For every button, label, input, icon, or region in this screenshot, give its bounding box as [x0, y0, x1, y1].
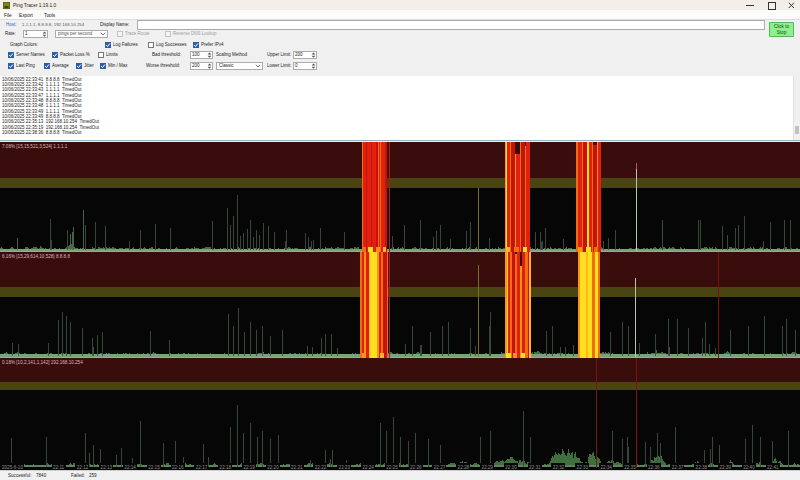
- svg-text:22:15: 22:15: [148, 465, 160, 470]
- svg-text:22:39: 22:39: [719, 465, 731, 470]
- svg-text:22:32: 22:32: [553, 465, 565, 470]
- svg-text:22:19: 22:19: [243, 465, 255, 470]
- svg-text:22:28: 22:28: [458, 465, 470, 470]
- svg-text:22:41: 22:41: [767, 465, 779, 470]
- svg-text:22:16: 22:16: [172, 465, 184, 470]
- svg-text:22:17: 22:17: [196, 465, 208, 470]
- svg-text:22:22: 22:22: [315, 465, 327, 470]
- svg-text:22:14: 22:14: [124, 465, 136, 470]
- svg-text:7.08% [15,15,521,3,524] 1.1.1.: 7.08% [15,15,521,3,524] 1.1.1.1: [2, 144, 68, 149]
- svg-text:22:34: 22:34: [600, 465, 612, 470]
- svg-text:22:35: 22:35: [624, 465, 636, 470]
- svg-text:22:37: 22:37: [672, 465, 684, 470]
- svg-text:22:25: 22:25: [386, 465, 398, 470]
- svg-text:22:11: 22:11: [53, 465, 65, 470]
- svg-text:22:33: 22:33: [577, 465, 589, 470]
- svg-text:6.16% [15,29,614,10,528] 8.8.8: 6.16% [15,29,614,10,528] 8.8.8.8: [2, 254, 70, 259]
- svg-text:22:30: 22:30: [505, 465, 517, 470]
- svg-text:22:18: 22:18: [220, 465, 232, 470]
- svg-text:22:12: 22:12: [77, 465, 89, 470]
- svg-text:2025-6-10: 2025-6-10: [2, 465, 23, 470]
- svg-text:22:26: 22:26: [410, 465, 422, 470]
- svg-text:22:38: 22:38: [696, 465, 708, 470]
- svg-text:22:21: 22:21: [291, 465, 303, 470]
- svg-text:22:29: 22:29: [481, 465, 493, 470]
- svg-text:22:40: 22:40: [743, 465, 755, 470]
- svg-text:22:36: 22:36: [648, 465, 660, 470]
- svg-text:0.18% [10,2,141,1,142] 192.168: 0.18% [10,2,141,1,142] 192.168.10.254: [2, 360, 83, 365]
- svg-text:22:20: 22:20: [267, 465, 279, 470]
- svg-text:22:31: 22:31: [529, 465, 541, 470]
- svg-text:22:27: 22:27: [434, 465, 446, 470]
- svg-text:22:13: 22:13: [101, 465, 113, 470]
- svg-text:22:24: 22:24: [362, 465, 374, 470]
- svg-text:22:23: 22:23: [339, 465, 351, 470]
